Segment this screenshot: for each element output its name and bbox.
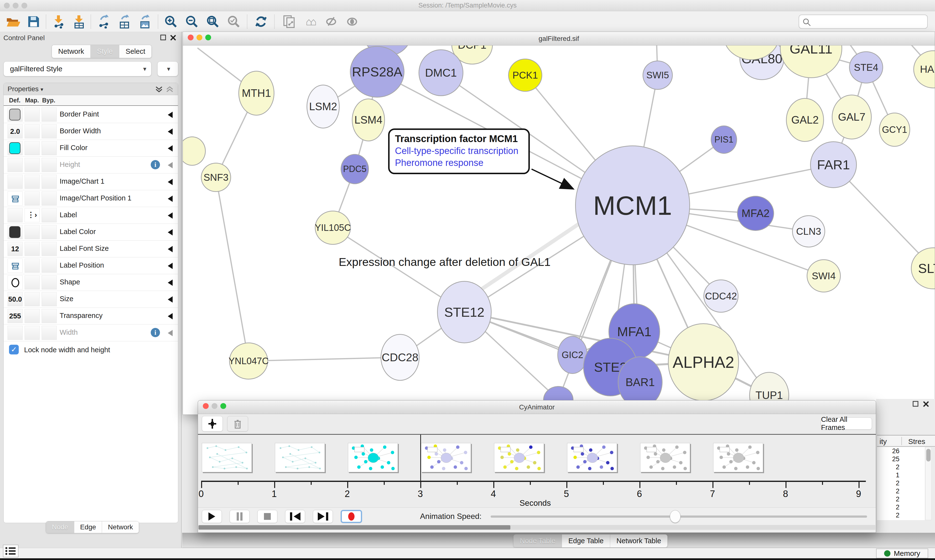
network-node-dmc1[interactable]: DMC1 xyxy=(418,49,463,96)
property-row-transparency[interactable]: 255Transparency xyxy=(4,308,178,325)
network-node-cdc42[interactable]: CDC42 xyxy=(704,280,739,312)
bypass-cell[interactable] xyxy=(42,242,57,256)
bypass-cell[interactable] xyxy=(42,124,57,138)
bypass-cell[interactable] xyxy=(42,309,57,323)
column-header[interactable]: ity xyxy=(879,437,887,446)
float-panel-icon[interactable] xyxy=(160,35,168,42)
property-row-label-color[interactable]: Label Color xyxy=(4,224,178,241)
expand-row-icon[interactable] xyxy=(168,112,173,118)
export-image-icon[interactable] xyxy=(136,14,153,30)
network-node-alpha2[interactable]: ALPHA2 xyxy=(668,323,739,401)
default-value-cell[interactable]: 12 xyxy=(8,242,23,256)
style-selector[interactable]: galFiltered Style ▾ xyxy=(3,61,151,76)
tab-network[interactable]: Network xyxy=(102,521,139,533)
table-cell[interactable]: 2 xyxy=(877,503,900,511)
network-node-mth1[interactable]: MTH1 xyxy=(238,71,275,115)
scrollbar-thumb[interactable] xyxy=(199,525,510,529)
pause-button[interactable] xyxy=(230,510,250,523)
annotation-box[interactable]: Transcription factor MCM1 Cell-type-spec… xyxy=(388,128,530,174)
tab-edge[interactable]: Edge xyxy=(74,521,102,533)
network-node-rps28a[interactable]: RPS28A xyxy=(350,46,404,98)
default-value-cell[interactable] xyxy=(8,326,23,340)
frame-thumbnail-4[interactable] xyxy=(494,443,544,472)
bypass-cell[interactable] xyxy=(42,175,57,189)
mapping-cell[interactable] xyxy=(25,108,40,122)
table-cell[interactable]: 26 xyxy=(877,447,900,455)
table-cell[interactable]: 2 xyxy=(877,495,900,503)
default-value-cell[interactable] xyxy=(8,275,23,289)
mapping-cell[interactable] xyxy=(25,292,40,306)
import-table-icon[interactable] xyxy=(70,14,88,30)
frame-thumbnail-1[interactable] xyxy=(275,443,325,472)
network-node-ynl047c[interactable]: YNL047C xyxy=(229,343,268,380)
clone-network-icon[interactable] xyxy=(281,14,298,30)
table-cell[interactable]: 2 xyxy=(877,487,900,495)
default-value-cell[interactable] xyxy=(8,258,23,273)
property-row-size[interactable]: 50.0Size xyxy=(4,291,178,308)
frame-thumbnail-7[interactable] xyxy=(713,443,763,472)
property-row-shape[interactable]: Shape xyxy=(4,274,178,291)
network-node-gal2[interactable]: GAL2 xyxy=(786,98,824,142)
home-views-icon[interactable]: ⌂⌂ xyxy=(301,14,319,30)
save-session-icon[interactable] xyxy=(25,14,42,30)
property-row-height[interactable]: Heighti xyxy=(4,157,178,174)
property-row-label-position[interactable]: Label Position xyxy=(4,257,178,274)
expand-row-icon[interactable] xyxy=(168,195,173,202)
default-value-cell[interactable] xyxy=(8,158,23,172)
clear-all-frames-button[interactable]: Clear All Frames xyxy=(821,417,872,429)
search-input[interactable] xyxy=(814,16,923,27)
property-row-border-width[interactable]: 2.0Border Width xyxy=(4,123,178,140)
bypass-cell[interactable] xyxy=(42,275,57,289)
bypass-cell[interactable] xyxy=(42,108,57,122)
add-frame-button[interactable] xyxy=(202,416,223,432)
mapping-cell[interactable] xyxy=(25,141,40,155)
mapping-cell[interactable] xyxy=(25,158,40,172)
close-panel-icon[interactable] xyxy=(170,35,177,42)
table-cell[interactable]: 2 xyxy=(877,479,900,487)
default-value-cell[interactable] xyxy=(8,225,23,239)
bypass-cell[interactable] xyxy=(42,191,57,206)
bypass-cell[interactable] xyxy=(42,258,57,273)
network-window-titlebar[interactable]: galFiltered.sif xyxy=(183,32,935,46)
show-view-icon[interactable] xyxy=(343,14,361,30)
tab-select[interactable]: Select xyxy=(119,45,152,58)
search-box[interactable] xyxy=(799,15,928,29)
expand-row-icon[interactable] xyxy=(168,330,173,336)
bypass-cell[interactable] xyxy=(42,326,57,340)
table-scrollbar[interactable] xyxy=(925,447,932,520)
mapping-cell[interactable] xyxy=(25,326,40,340)
property-row-fill-color[interactable]: Fill Color xyxy=(4,140,178,157)
network-node-pck1[interactable]: PCK1 xyxy=(508,58,542,92)
network-node-pis1[interactable]: PIS1 xyxy=(711,126,737,154)
table-cell[interactable]: 2 xyxy=(877,511,900,519)
network-node-snf3[interactable]: SNF3 xyxy=(201,163,231,192)
network-node-gal7[interactable]: GAL7 xyxy=(832,95,872,139)
property-row-border-paint[interactable]: Border Paint xyxy=(4,106,178,123)
cyanimator-timeline[interactable]: 0123456789 Seconds xyxy=(198,435,876,508)
play-button[interactable] xyxy=(202,510,222,523)
bypass-cell[interactable] xyxy=(42,225,57,239)
expand-row-icon[interactable] xyxy=(168,145,173,152)
default-value-cell[interactable] xyxy=(8,108,23,122)
table-column-headers[interactable]: ity Stres xyxy=(877,435,935,447)
network-node-cln3[interactable]: CLN3 xyxy=(792,215,825,248)
default-value-cell[interactable] xyxy=(8,208,23,222)
default-value-cell[interactable]: 2.0 xyxy=(8,124,23,138)
network-node-ste4[interactable]: STE4 xyxy=(849,51,883,83)
mapping-cell[interactable] xyxy=(25,242,40,256)
record-button[interactable] xyxy=(341,510,362,523)
task-history-button[interactable] xyxy=(3,545,19,557)
bypass-cell[interactable] xyxy=(42,158,57,172)
zoom-selected-icon[interactable] xyxy=(225,14,242,30)
tab-node[interactable]: Node xyxy=(46,521,74,533)
mapping-cell[interactable] xyxy=(25,258,40,273)
network-node-far1[interactable]: FAR1 xyxy=(810,142,857,188)
zoom-out-icon[interactable] xyxy=(183,14,201,30)
column-header[interactable]: Stres xyxy=(908,437,925,446)
mapping-cell[interactable] xyxy=(25,191,40,206)
bypass-cell[interactable] xyxy=(42,208,57,222)
property-row-image-chart-1[interactable]: Image/Chart 1 xyxy=(4,174,178,190)
mapping-cell[interactable] xyxy=(25,124,40,138)
lock-size-checkbox[interactable]: ✓ xyxy=(9,345,19,354)
cyanimator-titlebar[interactable]: CyAnimator xyxy=(198,400,876,414)
